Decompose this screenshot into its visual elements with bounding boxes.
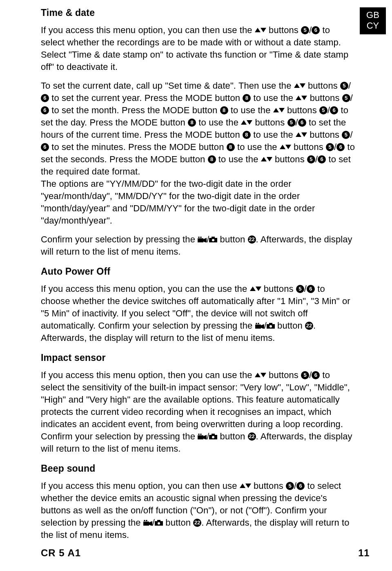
heading-time-date: Time & date [41,7,355,18]
ref-6-icon: 6 [296,482,305,490]
ref-22-icon: 22 [248,235,256,244]
ref-6-icon: 6 [41,106,49,114]
ref-5-icon: 5 [326,143,334,151]
ref-6-icon: 6 [41,94,49,102]
ref-6-icon: 6 [318,155,326,163]
time-date-p1: If you access this menu option, you can … [41,24,355,73]
svg-point-24 [146,520,147,521]
up-triangle-icon [241,120,247,125]
down-triangle-icon [245,484,251,488]
video-camera-icon [143,520,152,526]
ref-5-icon: 5 [319,106,327,114]
svg-rect-0 [198,238,203,242]
photo-camera-icon [209,237,217,242]
up-triangle-icon [296,132,301,137]
page: GB CY Time & date If you access this men… [0,0,392,571]
ref-5-icon: 5 [340,82,348,90]
ref-5-icon: 5 [342,94,350,102]
down-triangle-icon [261,373,266,377]
ref-6-icon: 6 [312,26,320,34]
auto-power-off-p1: If you access this menu option, you can … [41,283,355,344]
impact-sensor-p1: If you access this menu option, then you… [41,369,355,455]
footer-page-number: 11 [358,547,370,559]
heading-beep-sound: Beep sound [41,463,355,474]
down-triangle-icon [300,83,305,88]
svg-point-3 [200,237,202,238]
ref-6-icon: 6 [41,143,49,151]
heading-impact-sensor: Impact sensor [41,352,355,363]
beep-sound-p1: If you access this menu option, you can … [41,480,355,541]
ref-5-icon: 5 [286,482,294,490]
svg-point-23 [144,520,145,521]
up-triangle-icon [273,108,279,112]
lang-line-2: CY [360,20,386,31]
up-triangle-icon [240,484,245,488]
svg-rect-7 [255,325,261,329]
down-triangle-icon [261,28,266,32]
photo-camera-icon [209,434,217,439]
down-triangle-icon [247,120,252,125]
up-triangle-icon [261,157,267,161]
up-triangle-icon [280,145,285,149]
ref-5-icon: 5 [301,371,309,379]
svg-point-20 [212,436,214,438]
ref-8-icon: 8 [208,155,216,163]
up-triangle-icon [255,373,261,377]
ref-8-icon: 8 [188,119,196,127]
svg-rect-12 [269,323,272,325]
photo-camera-icon [267,323,275,329]
up-triangle-icon [250,287,256,291]
section-impact-sensor: Impact sensor If you access this menu op… [41,352,355,455]
svg-rect-26 [157,520,160,522]
page-footer: CR 5 A1 11 [41,547,370,559]
video-camera-icon [198,237,207,242]
down-triangle-icon [285,145,291,149]
section-auto-power-off: Auto Power Off If you access this menu o… [41,266,355,344]
heading-auto-power-off: Auto Power Off [41,266,355,277]
ref-5-icon: 5 [296,285,304,293]
ref-6-icon: 6 [312,371,320,379]
down-triangle-icon [256,287,261,291]
ref-8-icon: 8 [227,143,235,151]
ref-5-icon: 5 [287,119,296,127]
ref-5-icon: 5 [307,155,315,163]
ref-5-icon: 5 [342,131,350,139]
video-camera-icon [198,434,207,439]
svg-point-13 [270,325,272,327]
up-triangle-icon [294,83,300,88]
down-triangle-icon [301,96,307,100]
ref-22-icon: 22 [248,432,256,441]
up-triangle-icon [255,28,261,32]
ref-22-icon: 22 [193,519,201,527]
ref-22-icon: 22 [305,322,313,330]
svg-point-16 [198,434,200,435]
svg-marker-1 [203,238,207,242]
ref-6-icon: 6 [307,285,315,293]
time-date-p2: To set the current date, call up "Set ti… [41,80,355,227]
svg-point-6 [212,239,214,241]
up-triangle-icon [296,96,301,100]
svg-point-9 [256,323,257,324]
ref-8-icon: 8 [243,94,251,102]
ref-5-icon: 5 [301,26,309,34]
svg-point-10 [258,323,259,324]
down-triangle-icon [279,108,285,112]
footer-model: CR 5 A1 [41,547,81,559]
ref-8-icon: 8 [220,106,228,114]
time-date-p3: Confirm your selection by pressing the /… [41,233,355,258]
ref-6-icon: 6 [330,106,338,114]
ref-6-icon: 6 [298,119,306,127]
svg-marker-22 [149,521,152,526]
section-beep-sound: Beep sound If you access this menu optio… [41,463,355,541]
svg-point-17 [200,434,202,435]
svg-marker-8 [261,324,264,329]
svg-rect-19 [212,434,215,435]
svg-rect-5 [212,237,215,238]
lang-line-1: GB [360,10,386,20]
language-tab: GB CY [360,7,386,34]
svg-rect-14 [198,435,203,439]
down-triangle-icon [301,132,307,137]
svg-point-2 [198,237,200,238]
ref-6-icon: 6 [336,143,345,151]
svg-point-27 [158,522,160,524]
